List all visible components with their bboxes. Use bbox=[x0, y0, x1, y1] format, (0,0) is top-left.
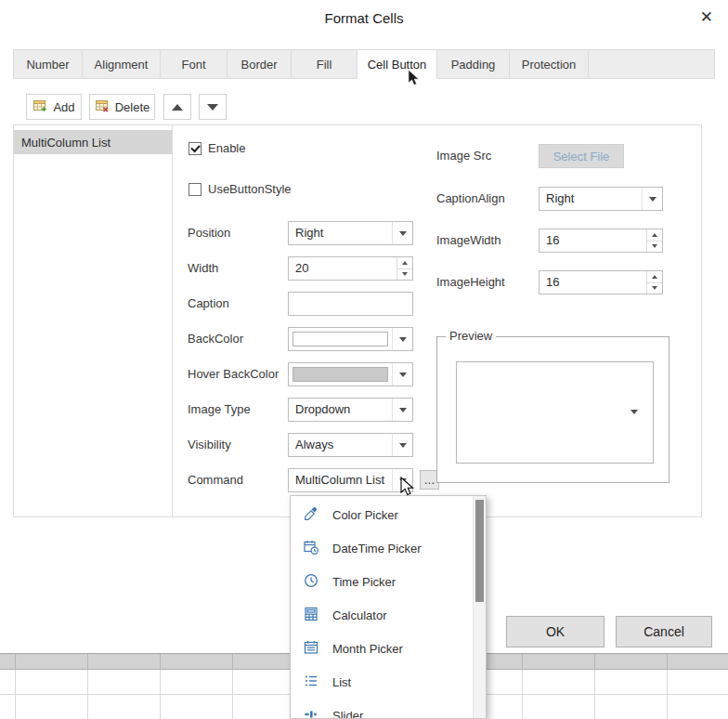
popup-item-list[interactable]: List bbox=[291, 665, 486, 699]
dropdown-arrow-button[interactable] bbox=[392, 434, 412, 456]
move-down-icon bbox=[207, 104, 218, 111]
dropdown-arrow-button[interactable] bbox=[392, 222, 412, 244]
width-label: Width bbox=[188, 256, 218, 281]
dropdown-arrow-button[interactable] bbox=[392, 363, 412, 386]
time-picker-icon bbox=[303, 572, 319, 592]
image-height-spinner[interactable]: 16 bbox=[539, 270, 663, 294]
cell-buttons-listbox: MultiColumn List bbox=[13, 124, 173, 517]
caption-align-dropdown[interactable]: Right bbox=[539, 187, 663, 211]
caption-input[interactable] bbox=[288, 292, 413, 316]
spinner-down-button[interactable] bbox=[647, 242, 662, 253]
tab-strip: Number Alignment Font Border Fill Cell B… bbox=[13, 49, 715, 79]
command-value: MultiColumn List bbox=[289, 469, 392, 491]
caption-align-value: Right bbox=[540, 188, 642, 210]
cancel-button[interactable]: Cancel bbox=[616, 616, 712, 647]
chevron-down-icon bbox=[399, 373, 407, 377]
popup-item-label: Slider bbox=[332, 709, 363, 719]
delete-button-label: Delete bbox=[115, 100, 150, 114]
move-down-button[interactable] bbox=[199, 94, 227, 120]
color-swatch bbox=[292, 367, 388, 382]
tab-label: Cell Button bbox=[368, 58, 427, 72]
spinner-up-icon bbox=[652, 275, 657, 279]
move-up-button[interactable] bbox=[163, 94, 191, 120]
chevron-down-icon bbox=[399, 408, 407, 412]
popup-item-month-picker[interactable]: Month Picker bbox=[291, 632, 486, 665]
close-icon[interactable]: ✕ bbox=[700, 7, 713, 27]
delete-button[interactable]: Delete bbox=[89, 94, 155, 120]
dropdown-arrow-button[interactable] bbox=[392, 469, 412, 491]
dropdown-arrow-button[interactable] bbox=[392, 328, 412, 350]
tab-protection[interactable]: Protection bbox=[510, 50, 589, 79]
popup-scrollbar[interactable] bbox=[473, 496, 486, 718]
add-button-label: Add bbox=[53, 100, 74, 114]
visibility-label: Visibility bbox=[188, 433, 231, 457]
tab-label: Fill bbox=[317, 58, 332, 72]
image-width-spinner[interactable]: 16 bbox=[539, 229, 663, 253]
ok-button[interactable]: OK bbox=[506, 616, 604, 647]
list-icon bbox=[303, 673, 319, 692]
dropdown-arrow-button[interactable] bbox=[642, 188, 662, 210]
tab-number[interactable]: Number bbox=[14, 50, 83, 79]
select-file-button[interactable]: Select File bbox=[539, 144, 624, 168]
tab-label: Number bbox=[26, 58, 69, 72]
width-spinner[interactable]: 20 bbox=[288, 256, 413, 281]
position-value: Right bbox=[289, 222, 392, 244]
popup-item-color-picker[interactable]: Color Picker bbox=[291, 498, 486, 531]
list-item-label: MultiColumn List bbox=[21, 136, 110, 150]
visibility-value: Always bbox=[289, 434, 392, 456]
spinner-down-button[interactable] bbox=[647, 283, 662, 294]
popup-item-label: Month Picker bbox=[332, 642, 403, 656]
back-color-dropdown[interactable] bbox=[288, 327, 413, 351]
popup-item-calculator[interactable]: Calculator bbox=[291, 598, 486, 632]
tab-border[interactable]: Border bbox=[228, 50, 292, 79]
list-item[interactable]: MultiColumn List bbox=[14, 130, 172, 154]
spinner-up-button[interactable] bbox=[647, 271, 662, 283]
tab-padding[interactable]: Padding bbox=[437, 50, 510, 79]
tab-label: Border bbox=[240, 58, 277, 72]
tab-alignment[interactable]: Alignment bbox=[83, 50, 161, 79]
chevron-down-icon bbox=[399, 231, 407, 236]
popup-item-slider[interactable]: Slider bbox=[291, 699, 486, 719]
spinner-down-icon bbox=[652, 286, 657, 290]
color-swatch bbox=[292, 332, 388, 346]
hover-back-color-dropdown[interactable] bbox=[288, 362, 413, 386]
spinner-up-button[interactable] bbox=[397, 257, 412, 269]
visibility-dropdown[interactable]: Always bbox=[288, 433, 413, 457]
spinner-down-button[interactable] bbox=[397, 269, 412, 281]
popup-item-label: DateTime Picker bbox=[332, 542, 422, 556]
position-dropdown[interactable]: Right bbox=[288, 221, 413, 245]
hover-back-color-label: Hover BackColor bbox=[188, 362, 279, 386]
popup-item-datetime-picker[interactable]: DateTime Picker bbox=[291, 531, 486, 565]
popup-item-label: Calculator bbox=[332, 608, 387, 622]
popup-item-label: Color Picker bbox=[332, 508, 398, 522]
tab-font[interactable]: Font bbox=[161, 50, 228, 79]
tab-label: Font bbox=[181, 58, 205, 72]
tab-fill[interactable]: Fill bbox=[292, 50, 358, 79]
spinner-up-icon bbox=[402, 261, 408, 265]
chevron-down-icon bbox=[399, 443, 407, 448]
popup-scrollbar-thumb[interactable] bbox=[475, 500, 484, 602]
caption-label: Caption bbox=[188, 292, 229, 316]
tab-label: Alignment bbox=[95, 58, 149, 72]
enable-checkbox[interactable] bbox=[188, 142, 202, 155]
use-button-style-label: UseButtonStyle bbox=[208, 177, 292, 202]
tab-strip-filler bbox=[589, 50, 714, 79]
add-button[interactable]: Add bbox=[26, 94, 82, 120]
color-picker-icon bbox=[303, 505, 319, 525]
chevron-down-icon bbox=[399, 478, 407, 483]
use-button-style-checkbox[interactable] bbox=[188, 183, 202, 196]
spinner-up-button[interactable] bbox=[647, 229, 662, 242]
width-value: 20 bbox=[289, 257, 396, 280]
delete-icon bbox=[95, 98, 110, 116]
image-type-dropdown[interactable]: Dropdown bbox=[288, 398, 413, 422]
back-color-label: BackColor bbox=[188, 327, 243, 351]
popup-item-time-picker[interactable]: Time Picker bbox=[291, 565, 486, 598]
tab-cell-button[interactable]: Cell Button bbox=[358, 50, 437, 79]
popup-item-label: Time Picker bbox=[332, 575, 396, 589]
popup-item-label: List bbox=[332, 675, 351, 689]
preview-dropdown-arrow-icon bbox=[630, 410, 638, 414]
command-dropdown[interactable]: MultiColumn List bbox=[288, 468, 413, 492]
month-picker-icon bbox=[303, 639, 319, 659]
dropdown-arrow-button[interactable] bbox=[392, 399, 412, 421]
image-height-value: 16 bbox=[540, 271, 646, 294]
